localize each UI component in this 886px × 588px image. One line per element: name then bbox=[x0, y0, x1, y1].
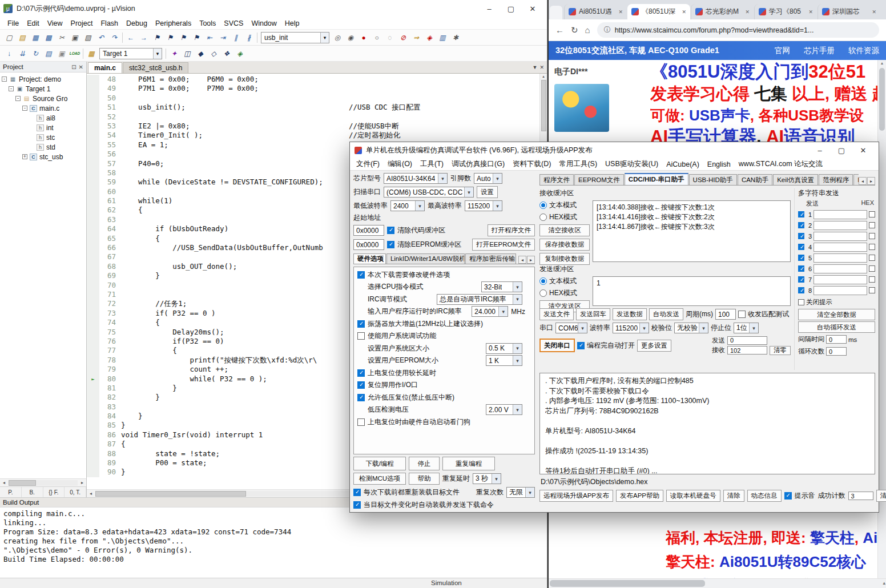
hardware-option-row[interactable]: 振荡器放大增益(12MHz以上建议选择) bbox=[357, 319, 525, 329]
batch-build-icon[interactable]: ▤ bbox=[42, 48, 55, 59]
send-text-mode-radio[interactable] bbox=[539, 277, 547, 285]
repeat-times-select[interactable]: 无限 bbox=[506, 487, 535, 498]
port-settings-button[interactable]: 设置 bbox=[477, 186, 498, 198]
multi-send-checkbox[interactable] bbox=[798, 276, 804, 283]
parity-select[interactable]: 无校验 bbox=[674, 323, 708, 333]
menu-item[interactable]: Tools bbox=[195, 19, 220, 27]
auto-send-button[interactable]: 自动发送 bbox=[649, 308, 683, 320]
options-for-target-icon[interactable]: ✦ bbox=[168, 48, 180, 59]
menu-item[interactable]: Edit bbox=[23, 19, 43, 27]
browser-tab[interactable]: 学习《805 ✕ bbox=[754, 4, 817, 19]
templates-window-icon[interactable]: ❖ bbox=[220, 48, 233, 59]
address-bar[interactable]: ⓘ https://www.stcaimcu.com/forum.php?mod… bbox=[597, 22, 879, 38]
hardware-option-row[interactable]: 低压检测电压 2.00 V bbox=[357, 405, 525, 415]
helper-tab[interactable]: 范例程序 bbox=[819, 174, 853, 185]
auto-loop-button[interactable]: 自动循环发送 bbox=[798, 321, 875, 333]
bookmark-prev-icon[interactable]: ⚑ bbox=[164, 32, 176, 43]
menu-item[interactable]: Flash bbox=[96, 19, 122, 27]
tree-item[interactable]: int bbox=[0, 123, 86, 132]
uvision-titlebar[interactable]: μ D:\07\示例代码\demo.uvproj - µVision – ▢ ✕ bbox=[0, 0, 547, 17]
menu-item[interactable]: Help bbox=[281, 19, 304, 27]
multi-send-hex-checkbox[interactable] bbox=[869, 276, 875, 283]
flash-download-icon[interactable]: LOAD bbox=[69, 48, 81, 59]
tab-close-icon[interactable]: ✕ bbox=[808, 9, 813, 15]
open-eeprom-file-button[interactable]: 打开EEPROM文件 bbox=[472, 239, 535, 251]
tab-close-icon[interactable]: ✕ bbox=[618, 9, 623, 15]
reset-count-button[interactable]: 清零 bbox=[876, 490, 886, 502]
hardware-option-row[interactable]: 输入用户程序运行时的IRC频率 24.000 MHz bbox=[357, 307, 525, 317]
panel-tab[interactable]: 0, T. bbox=[65, 487, 86, 497]
multi-send-input[interactable] bbox=[813, 221, 867, 230]
chip-model-select[interactable]: AI8051U-34K64 bbox=[384, 173, 448, 184]
back-icon[interactable]: ← bbox=[555, 25, 564, 35]
beep-checkbox[interactable] bbox=[784, 492, 792, 500]
browser-hscrollbar[interactable]: ▴ bbox=[549, 578, 886, 588]
browser-tab[interactable]: 深圳国芯 ✕ bbox=[817, 4, 880, 19]
multi-send-checkbox[interactable] bbox=[798, 244, 804, 250]
helper-tab[interactable]: 程序文件 bbox=[539, 174, 574, 185]
multi-send-checkbox[interactable] bbox=[798, 287, 804, 293]
download-button[interactable]: 下载/编程 bbox=[353, 457, 406, 470]
option-checkbox[interactable] bbox=[357, 369, 365, 377]
multi-send-input[interactable] bbox=[813, 243, 867, 252]
scroll-left-icon[interactable]: ◂ bbox=[87, 490, 95, 497]
books-window-icon[interactable]: ◆ bbox=[194, 48, 207, 59]
tree-item[interactable]: Target 1 bbox=[0, 84, 86, 94]
hardware-option-row[interactable]: 设置用户EEPROM大小 1 K bbox=[357, 356, 525, 366]
menu-item[interactable]: SVCS bbox=[220, 19, 247, 27]
option-checkbox[interactable] bbox=[357, 332, 365, 340]
clear-eeprom-checkbox[interactable] bbox=[387, 241, 394, 248]
bookmark-clear-icon[interactable]: ⚑ bbox=[190, 32, 203, 43]
helper-tab[interactable]: USB-HID助手 bbox=[689, 174, 737, 185]
tree-item[interactable]: Project: demo bbox=[0, 74, 86, 84]
panel-tab[interactable]: B. bbox=[22, 487, 43, 497]
save-icon[interactable]: ▦ bbox=[29, 32, 42, 43]
maximize-icon[interactable]: ▢ bbox=[500, 1, 522, 16]
memory-window-icon[interactable]: ▥ bbox=[436, 32, 449, 43]
tree-expander-icon[interactable] bbox=[15, 96, 21, 101]
tab-list-icon[interactable]: ▼ bbox=[533, 65, 538, 70]
tree-item[interactable]: ai8 bbox=[0, 113, 86, 123]
multi-send-input[interactable] bbox=[813, 210, 867, 219]
target-select[interactable]: Target 1 bbox=[99, 48, 162, 59]
panel-close-icon[interactable]: ✕ bbox=[79, 64, 83, 70]
menu-item[interactable]: 编辑(O) bbox=[384, 159, 416, 169]
tree-item[interactable]: std bbox=[0, 142, 86, 152]
match-test-checkbox[interactable] bbox=[738, 311, 746, 318]
multi-send-hex-checkbox[interactable] bbox=[869, 244, 875, 250]
post-author[interactable]: 电子DI*** bbox=[554, 67, 646, 77]
multi-send-checkbox[interactable] bbox=[798, 233, 804, 239]
current-statement-icon[interactable]: ⇒ bbox=[410, 32, 422, 43]
multi-send-hex-checkbox[interactable] bbox=[869, 211, 875, 218]
breakpoint-kill-icon[interactable]: ⊘ bbox=[397, 32, 409, 43]
tree-item[interactable]: stc_usb bbox=[0, 152, 86, 162]
multi-send-checkbox[interactable] bbox=[798, 255, 804, 261]
read-disk-id-button[interactable]: 读取本机硬盘号 bbox=[666, 490, 720, 502]
clear-code-checkbox[interactable] bbox=[387, 227, 394, 234]
multi-send-hex-checkbox[interactable] bbox=[869, 233, 875, 239]
close-icon[interactable]: ✕ bbox=[852, 143, 874, 158]
translate-icon[interactable]: ↓ bbox=[3, 48, 15, 59]
panel-tab[interactable]: {} F. bbox=[43, 487, 65, 497]
browser-tab[interactable]: 芯光彩的M ✕ bbox=[691, 4, 754, 19]
min-baud-select[interactable]: 2400 bbox=[390, 200, 425, 211]
scroll-up-icon[interactable]: ▴ bbox=[883, 580, 885, 586]
uncomment-icon[interactable]: ∦ bbox=[243, 32, 255, 43]
clear-all-button[interactable]: 清空全部数据 bbox=[798, 309, 875, 320]
scroll-right-icon[interactable]: ▸ bbox=[527, 256, 535, 264]
tab-close-icon[interactable]: ✕ bbox=[745, 9, 750, 15]
multi-send-checkbox[interactable] bbox=[798, 211, 804, 218]
period-input[interactable]: 100 bbox=[715, 309, 736, 320]
close-port-button[interactable]: 关闭串口 bbox=[539, 339, 575, 352]
pack-installer-icon[interactable]: ◈ bbox=[233, 48, 246, 59]
tools-icon[interactable]: ✱ bbox=[449, 32, 462, 43]
menu-item[interactable]: Debug bbox=[122, 19, 151, 27]
scroll-up-icon[interactable]: ▴ bbox=[542, 74, 545, 79]
recv-text-mode-radio[interactable] bbox=[539, 202, 547, 209]
banner-nav-item[interactable]: 芯片手册 bbox=[804, 46, 835, 56]
option-select[interactable]: 总是自动调节IRC频率 bbox=[437, 294, 522, 305]
tree-expander-icon[interactable] bbox=[22, 106, 27, 111]
clear-button[interactable]: 清除 bbox=[723, 490, 744, 502]
option-select[interactable]: 24.000 bbox=[472, 306, 508, 317]
editor-tab[interactable]: main.c bbox=[88, 62, 122, 73]
